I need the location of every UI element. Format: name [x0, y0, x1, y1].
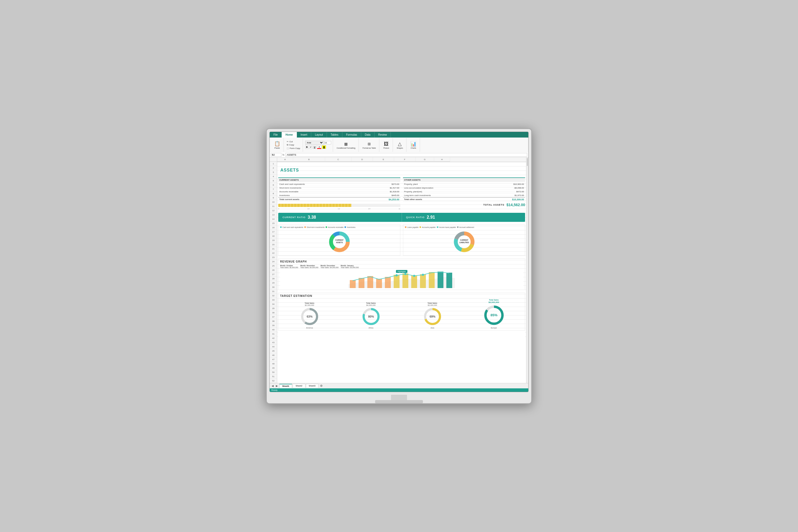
tab-tables[interactable]: Tables [327, 132, 342, 137]
row-8: 8 [270, 191, 277, 196]
cell-reference-input[interactable] [271, 153, 281, 157]
row-33: 33 [270, 298, 277, 302]
target-circles-row: Total Sales $2,000,000 63% America [280, 299, 523, 329]
total-assets-value: $14,562.00 [507, 203, 525, 207]
row-5: 5 [270, 179, 277, 183]
legend-cash: Cash and cash equivalents [280, 226, 303, 228]
col-c[interactable]: C [325, 157, 352, 162]
shapes-button[interactable]: △ Shapes [395, 140, 404, 150]
bold-button[interactable]: B [305, 145, 309, 149]
legend-accounts-receivable: Accounts receivable [326, 226, 343, 228]
svg-rect-26 [446, 273, 452, 288]
row-40: 40 [270, 328, 277, 332]
current-assets-row-3: Inventories $445.00 [278, 194, 400, 197]
revenue-chart: Highlights [280, 269, 523, 288]
font-color-button[interactable]: A [317, 145, 321, 149]
tab-insert[interactable]: Insert [297, 132, 311, 137]
america-donut-svg: 63% [300, 307, 319, 326]
highlight-color-button[interactable]: ▓ [322, 145, 326, 149]
row-15: 15 [270, 221, 277, 226]
col-f[interactable]: F [394, 157, 416, 162]
row-3: 3 [270, 170, 277, 174]
sheet-tabs: ◀ ▶ Sheet1 Sheet2 Sheet3 ⊕ [270, 383, 528, 388]
month-nov: Month: November Total Sales: $4,000,000 [300, 265, 318, 268]
col-e[interactable]: E [373, 157, 394, 162]
row-50: 50 [270, 370, 277, 375]
conditional-formatting-button[interactable]: ▦ Conditional Formatting [335, 140, 357, 150]
row-29: 29 [270, 281, 277, 285]
scrollbar[interactable] [526, 157, 528, 383]
cut-copy-btns: ✂ Cut ⧉ Copy ⬚ Form Copy [286, 140, 301, 150]
col-a[interactable]: A [277, 157, 293, 162]
add-sheet-button[interactable]: ⊕ [319, 384, 324, 387]
format-table-button[interactable]: ⊞ Format as Table [361, 140, 377, 150]
font-name-select[interactable]: Arial [305, 141, 324, 145]
tab-data[interactable]: Data [361, 132, 375, 137]
africa-donut-svg: 80% [362, 307, 380, 326]
scroll-thumb[interactable] [527, 158, 528, 166]
underline-button[interactable]: U [313, 145, 317, 149]
legend-accounts-receivable-dot [326, 226, 327, 228]
svg-point-27 [396, 274, 398, 277]
formula-input[interactable] [285, 153, 527, 157]
tab-formulas[interactable]: Formulas [342, 132, 361, 137]
row-47: 47 [270, 358, 277, 362]
progress-fill [278, 204, 352, 207]
paste-button[interactable]: 📋 Paste [272, 140, 282, 150]
ribbon-tabs: File Home Insert Layout Tables Formulas … [270, 132, 528, 137]
legend-inventories: Inventories [344, 226, 355, 228]
font-group: Arial B I U A ▓ [304, 138, 333, 152]
col-g[interactable]: G [416, 157, 434, 162]
tab-home[interactable]: Home [282, 132, 297, 137]
tab-layout[interactable]: Layout [311, 132, 327, 137]
progress-bar [278, 204, 400, 207]
quick-ratio-value: 2.91 [427, 215, 435, 220]
row-19: 19 [270, 238, 277, 243]
col-b[interactable]: B [293, 157, 325, 162]
sheet-tab-3[interactable]: Sheet3 [306, 384, 318, 387]
america-label: America [306, 327, 313, 329]
italic-button[interactable]: I [309, 145, 312, 149]
cut-copy-group: ✂ Cut ⧉ Copy ⬚ Form Copy [284, 138, 303, 152]
col-h[interactable]: H [434, 157, 450, 162]
current-assets-table: CURRENT ASSETS Cash and cash equivalents… [278, 177, 400, 211]
copy-button[interactable]: ⧉ Copy [286, 144, 301, 147]
grid-content: A B C D E F G H ASSETS [277, 157, 526, 383]
row-28: 28 [270, 277, 277, 281]
current-liabilities-chart: Loans payable Accounts payable Income ta… [403, 225, 525, 255]
ribbon-content: 📋 Paste ✂ Cut ⧉ Copy ⬚ [270, 137, 528, 152]
row-23: 23 [270, 255, 277, 260]
monitor-stand [267, 395, 531, 403]
row-48: 48 [270, 362, 277, 366]
month-jan: Month: January Total Sales: $3,000,000 [341, 265, 359, 268]
svg-point-28 [404, 273, 406, 275]
tab-review[interactable]: Review [375, 132, 391, 137]
font-name-row: Arial [305, 141, 331, 145]
asia-donut-svg: 69% [423, 307, 442, 326]
row-9: 9 [270, 196, 277, 200]
formula-bar: fx [270, 152, 528, 157]
legend-income-taxes-dot [437, 226, 438, 228]
sheet-nav-right[interactable]: ▶ [275, 384, 279, 387]
row-39: 39 [270, 323, 277, 328]
sheet-nav-left[interactable]: ◀ [271, 384, 274, 387]
cut-button[interactable]: ✂ Cut [286, 140, 301, 143]
empty-row-1 [278, 164, 525, 168]
font-size-input[interactable] [324, 141, 331, 145]
formula-equals: fx [283, 153, 284, 156]
current-liabilities-donut-container: CURRENT LIABILITIES [405, 230, 523, 254]
tab-file[interactable]: File [270, 132, 282, 137]
charts-button[interactable]: 📊 Charts [408, 140, 418, 150]
sheet-tab-2[interactable]: Sheet2 [292, 384, 305, 387]
month-oct: Month: October Total Sales: $5,000,000 [280, 265, 298, 268]
form-copy-button[interactable]: ⬚ Form Copy [286, 147, 301, 150]
picture-button[interactable]: 🖼 Picture [381, 140, 391, 150]
sheet-tab-1[interactable]: Sheet1 [279, 384, 292, 388]
spreadsheet-content-area[interactable]: ASSETS CURRENT ASSETS Cash and cash equi… [277, 162, 526, 341]
current-liabilities-donut-svg: CURRENT LIABILITIES [452, 230, 476, 254]
row-32: 32 [270, 294, 277, 298]
status-bar: Ready [270, 388, 528, 392]
current-assets-row-1: Short-term investments $1,517.00 [278, 186, 400, 190]
col-d[interactable]: D [352, 157, 373, 162]
legend-income-taxes: Income taxes payable [437, 226, 456, 228]
